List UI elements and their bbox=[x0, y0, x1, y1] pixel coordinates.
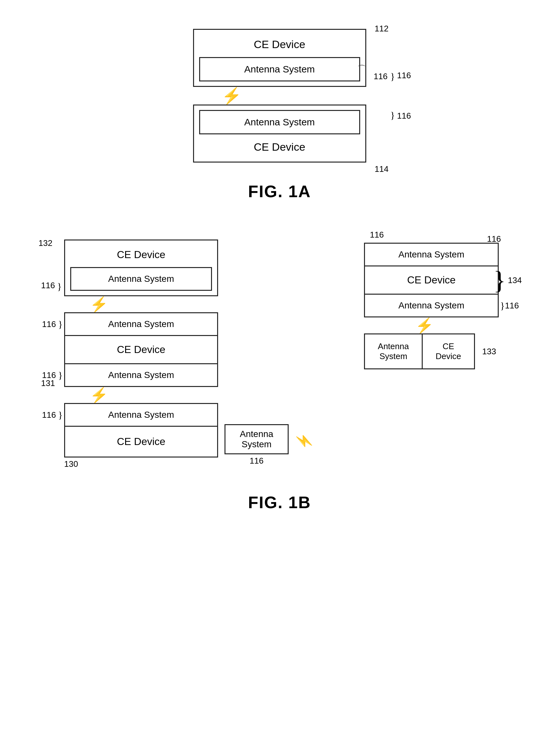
ref-134: 134 bbox=[508, 275, 522, 285]
brace-116-1b-bot-top-l: { bbox=[58, 409, 63, 420]
ref-116-1b-bot-top: 116 bbox=[42, 410, 56, 420]
ref-112: 112 bbox=[375, 24, 388, 34]
fig1b-mid-antenna-top: Antenna System bbox=[70, 316, 213, 333]
fig1b-right-ce-label: CE Device bbox=[370, 271, 493, 289]
ref-131: 131 bbox=[41, 378, 55, 388]
ref-114: 114 bbox=[375, 164, 388, 174]
fig1b-title: FIG. 1B bbox=[248, 493, 311, 512]
brace-116-1b-top: { bbox=[57, 281, 62, 292]
fig1b-top-device-132: CE Device Antenna System bbox=[64, 239, 218, 296]
arrow-1b-1: ⚡ bbox=[90, 296, 108, 313]
fig1b-center-antenna-label: Antenna System bbox=[230, 429, 283, 450]
fig1a-section: CE Device Antenna System ⌒ 116 112 } 116… bbox=[26, 29, 533, 201]
brace-116-fig1a-top: } bbox=[390, 71, 395, 82]
fig1b-right-top-antenna: Antenna System bbox=[370, 246, 493, 263]
fig1a-bottom-antenna-label: Antenna System bbox=[206, 114, 353, 131]
fig1b-bot-antenna-top: Antenna System bbox=[70, 407, 213, 423]
arrow-1b-2: ⚡ bbox=[90, 386, 108, 404]
fig1b-mid-ce-label: CE Device bbox=[70, 341, 213, 359]
fig1b-small-antenna-label: Antenna System bbox=[370, 338, 417, 365]
fig1a-bottom-device: Antenna System CE Device bbox=[193, 105, 366, 163]
brace-116-1b-mid-top-l: { bbox=[58, 319, 63, 329]
fig1a-top-ce-label: CE Device bbox=[199, 35, 360, 54]
brace-116-fig1a-bot: } bbox=[390, 110, 395, 120]
brace-116-1b-mid-bot-l: { bbox=[58, 370, 63, 381]
ref-116-fig1a-top-label: 116 bbox=[397, 71, 411, 81]
fig1b-center-antenna: Antenna System bbox=[224, 424, 289, 454]
ref-132: 132 bbox=[39, 238, 52, 248]
fig1a-bottom-antenna-box: Antenna System bbox=[199, 110, 360, 134]
arrow-1b-3: ⚡ bbox=[296, 432, 312, 450]
ref-130: 130 bbox=[64, 459, 78, 469]
ref-116-top-antenna: 116 bbox=[374, 71, 387, 82]
arrow-1b-right: ⚡ bbox=[415, 317, 433, 334]
fig1b-top-antenna-inner: Antenna System bbox=[70, 267, 212, 291]
fig1b-top-antenna-label: Antenna System bbox=[76, 271, 206, 287]
fig1b-left-col: 132 CE Device Antenna System { 116 ⚡ bbox=[39, 239, 313, 458]
fig1a-bottom-ce-label: CE Device bbox=[199, 138, 360, 157]
fig1b-right-col: 116 Antenna System 116 CE De bbox=[364, 239, 499, 369]
fig1b-bot-device-130: Antenna System { 116 CE Device bbox=[64, 403, 218, 458]
ref-116-1b-mid-top: 116 bbox=[42, 319, 56, 329]
ref-116-center-bot: 116 bbox=[249, 456, 263, 466]
ref-116-right-bot: 116 bbox=[505, 301, 519, 311]
brace-134: } bbox=[494, 243, 506, 317]
ref-116-fig1a-bot-label: 116 bbox=[397, 111, 411, 121]
fig1b-small-ce-label: CE Device bbox=[428, 338, 469, 365]
ref-133: 133 bbox=[482, 347, 496, 357]
fig1a-arrow: ⚡ bbox=[222, 87, 242, 105]
ref-116-right-top: 116 bbox=[370, 230, 384, 240]
fig1b-section: 132 CE Device Antenna System { 116 ⚡ bbox=[26, 239, 533, 512]
fig1a-top-antenna-box: Antenna System ⌒ bbox=[199, 57, 360, 82]
fig1a-top-antenna-label: Antenna System bbox=[206, 61, 353, 78]
fig1b-mid-antenna-bot: Antenna System bbox=[70, 367, 213, 384]
fig1b-bot-ce-label: CE Device bbox=[70, 433, 213, 451]
page: CE Device Antenna System ⌒ 116 112 } 116… bbox=[0, 0, 559, 756]
fig1b-right-device-134: Antenna System 116 CE Device Antenna Sys… bbox=[364, 243, 499, 317]
fig1b-main-diagram: 132 CE Device Antenna System { 116 ⚡ bbox=[39, 239, 533, 458]
fig1a-title: FIG. 1A bbox=[248, 182, 311, 201]
fig1b-mid-device-131: Antenna System { 116 CE Device Antenna S… bbox=[64, 312, 218, 387]
fig1a-top-device: CE Device Antenna System ⌒ 116 bbox=[193, 29, 366, 87]
fig1b-right-bot-group-133: Antenna System CE Device bbox=[364, 334, 475, 369]
fig1b-right-bot-antenna: Antenna System bbox=[370, 297, 493, 314]
ref-116-1b-top: 116 bbox=[41, 280, 55, 291]
fig1b-top-ce-label: CE Device bbox=[70, 246, 212, 264]
